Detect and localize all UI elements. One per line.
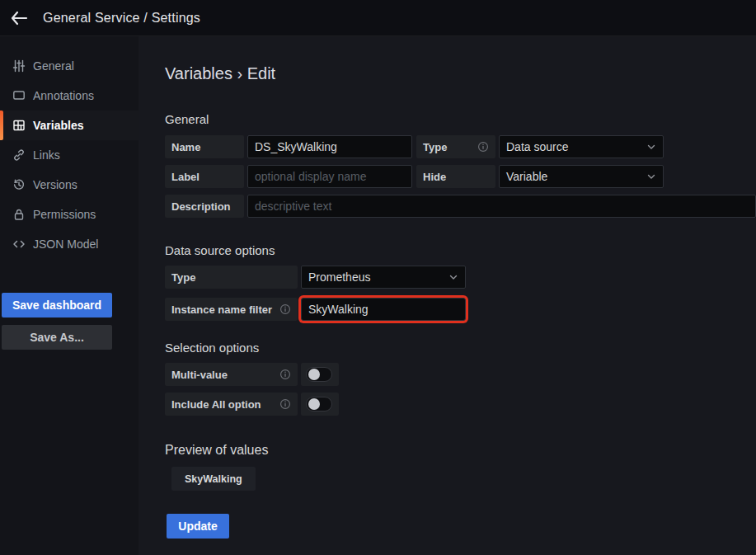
description-input[interactable] (247, 195, 756, 218)
hide-select[interactable]: Variable (499, 165, 664, 188)
datasource-section-heading: Data source options (165, 243, 275, 257)
instance-name-filter-input[interactable] (301, 298, 466, 321)
comment-icon (11, 89, 27, 102)
label-input[interactable] (247, 165, 412, 188)
page-breadcrumb-title: General Service / Settings (43, 11, 200, 26)
general-section-heading: General (165, 112, 209, 126)
info-icon[interactable] (477, 141, 489, 153)
name-field-label: Name (165, 135, 244, 158)
type-field-label: Type (416, 135, 495, 158)
grid-icon (11, 119, 27, 132)
sidebar-item-label: JSON Model (33, 238, 98, 251)
active-item-accent-bar (0, 111, 3, 140)
sidebar-item-label: Permissions (33, 208, 96, 221)
sidebar-item-json-model[interactable]: JSON Model (0, 229, 139, 259)
sidebar-item-permissions[interactable]: Permissions (0, 200, 139, 229)
sidebar-item-versions[interactable]: Versions (0, 170, 139, 200)
grafana-settings-screen: General Service / Settings General Ann (0, 0, 756, 555)
sidebar-item-label: Versions (33, 178, 77, 191)
info-icon[interactable] (279, 369, 291, 380)
chevron-down-icon (646, 142, 656, 152)
arrow-left-icon (10, 11, 28, 26)
sidebar-item-label: Annotations (33, 89, 94, 102)
back-button[interactable] (0, 0, 38, 36)
chevron-down-icon (448, 272, 458, 282)
update-button[interactable]: Update (167, 514, 229, 539)
toggle-knob (308, 369, 320, 380)
include-all-label: Include All option (165, 393, 298, 416)
ds-type-select[interactable]: Prometheus (301, 266, 466, 289)
save-dashboard-button[interactable]: Save dashboard (2, 293, 112, 317)
type-select[interactable]: Data source (499, 135, 664, 158)
chevron-down-icon (646, 172, 656, 181)
sidebar-item-label: General (33, 59, 74, 73)
instance-name-filter-label: Instance name filter (165, 298, 298, 321)
sliders-icon (11, 59, 27, 73)
save-as-button[interactable]: Save As... (2, 325, 112, 350)
toggle-track (306, 397, 332, 412)
name-input[interactable] (247, 135, 412, 158)
description-field-label: Description (165, 195, 244, 218)
toggle-track (306, 367, 332, 382)
hide-field-label: Hide (416, 165, 495, 188)
code-icon (11, 238, 27, 251)
info-icon[interactable] (279, 303, 291, 315)
sidebar-item-label: Variables (33, 119, 84, 132)
toggle-knob (308, 398, 320, 410)
page-title: Variables › Edit (165, 64, 275, 83)
history-icon (11, 178, 27, 191)
top-bar: General Service / Settings (0, 0, 756, 36)
preview-value-chip: SkyWalking (171, 467, 256, 491)
sidebar-item-general[interactable]: General (0, 51, 139, 81)
include-all-toggle[interactable] (301, 393, 339, 416)
link-icon (11, 148, 27, 162)
selection-section-heading: Selection options (165, 341, 259, 355)
lock-icon (11, 208, 27, 221)
sidebar-item-annotations[interactable]: Annotations (0, 81, 139, 111)
sidebar-item-label: Links (33, 148, 60, 162)
settings-sidebar: General Annotations (0, 36, 139, 555)
info-icon[interactable] (279, 398, 291, 410)
sidebar-item-variables[interactable]: Variables (0, 111, 139, 140)
preview-section-heading: Preview of values (165, 443, 268, 458)
multi-value-toggle[interactable] (301, 363, 339, 386)
sidebar-item-links[interactable]: Links (0, 140, 139, 170)
multi-value-label: Multi-value (165, 363, 298, 386)
label-field-label: Label (165, 165, 244, 188)
ds-type-field-label: Type (165, 266, 298, 289)
